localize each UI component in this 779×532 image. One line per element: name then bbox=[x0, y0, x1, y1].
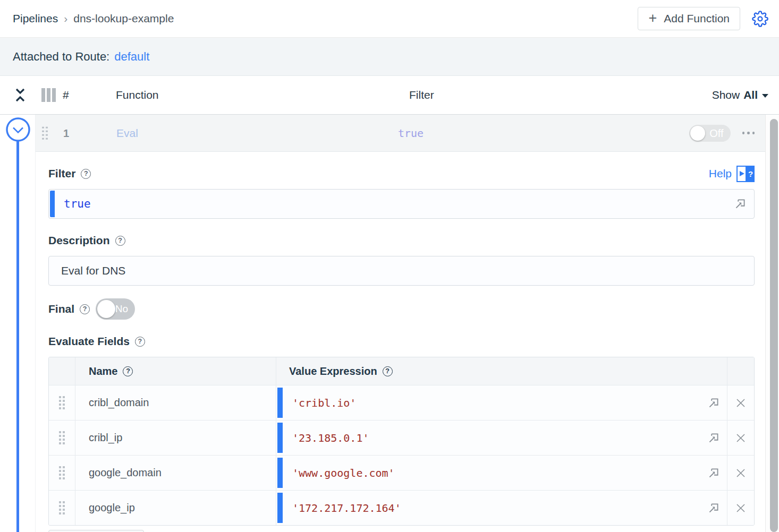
name-help-icon[interactable]: ? bbox=[123, 366, 133, 376]
vertical-scrollbar bbox=[765, 115, 779, 532]
app-header: Pipelines › dns-lookup-example + Add Fun… bbox=[0, 0, 779, 38]
expand-editor-button[interactable] bbox=[707, 431, 721, 445]
description-input[interactable] bbox=[48, 256, 755, 286]
help-link[interactable]: Help bbox=[709, 167, 732, 180]
function-filter-value: true bbox=[398, 127, 424, 140]
table-row: cribl_ip '23.185.0.1' bbox=[49, 420, 754, 455]
evaluate-fields-label: Evaluate Fields ? bbox=[48, 335, 145, 348]
final-toggle[interactable]: No bbox=[96, 298, 135, 320]
breadcrumb: Pipelines › dns-lookup-example bbox=[13, 12, 174, 25]
collapse-all-icon bbox=[14, 87, 27, 103]
delete-row-button[interactable] bbox=[734, 466, 748, 480]
filter-expression-input[interactable]: true bbox=[48, 189, 755, 219]
eval-function-panel: Filter ? Help ? true bbox=[36, 152, 765, 532]
attached-route-bar: Attached to Route: default bbox=[0, 38, 779, 76]
filter-expression-value: true bbox=[64, 190, 91, 218]
field-name-input[interactable]: cribl_ip bbox=[75, 421, 276, 455]
drag-handle[interactable] bbox=[59, 501, 65, 514]
final-field-label: Final ? bbox=[48, 303, 90, 315]
show-label: Show bbox=[712, 89, 740, 101]
function-enabled-toggle[interactable]: Off bbox=[689, 125, 731, 142]
delete-row-button[interactable] bbox=[734, 501, 748, 515]
collapse-function-chevron-button[interactable] bbox=[5, 117, 31, 142]
help-area: Help ? bbox=[709, 166, 755, 182]
gear-icon bbox=[752, 11, 768, 27]
pipeline-connector-line bbox=[16, 140, 19, 532]
function-name[interactable]: Eval bbox=[116, 127, 138, 140]
expand-editor-button[interactable] bbox=[733, 197, 747, 211]
column-header-filter: Filter bbox=[409, 89, 434, 101]
filter-field-label: Filter ? bbox=[48, 167, 91, 180]
collapse-all-button[interactable] bbox=[14, 87, 27, 103]
expression-valid-bar bbox=[277, 493, 283, 523]
scrollbar-thumb[interactable] bbox=[770, 119, 778, 532]
field-value-text: 'www.google.com' bbox=[292, 467, 395, 479]
field-value-input[interactable]: 'cribl.io' bbox=[276, 385, 727, 420]
description-field-label: Description ? bbox=[48, 234, 125, 247]
function-row-controls: Off bbox=[689, 125, 756, 142]
field-name-input[interactable]: cribl_domain bbox=[75, 385, 276, 420]
pipeline-body: 1 Eval true Off Filter ? Help bbox=[0, 115, 779, 532]
field-value-input[interactable]: '172.217.172.164' bbox=[276, 491, 727, 525]
field-value-text: '172.217.172.164' bbox=[292, 502, 401, 514]
function-number: 1 bbox=[63, 127, 69, 139]
field-name-input[interactable]: google_ip bbox=[75, 491, 276, 525]
final-help-icon[interactable]: ? bbox=[80, 304, 90, 314]
show-all-value: All bbox=[743, 89, 758, 101]
breadcrumb-separator: › bbox=[64, 12, 67, 25]
field-value-input[interactable]: '23.185.0.1' bbox=[276, 421, 727, 455]
drag-handle[interactable] bbox=[59, 431, 65, 444]
description-help-icon[interactable]: ? bbox=[115, 236, 125, 246]
filter-label-text: Filter bbox=[48, 167, 75, 180]
drag-handle[interactable] bbox=[59, 396, 65, 409]
field-value-text: 'cribl.io' bbox=[292, 397, 356, 409]
expression-valid-bar bbox=[277, 388, 283, 418]
expression-valid-bar bbox=[50, 191, 55, 217]
expand-editor-button[interactable] bbox=[707, 501, 721, 515]
toggle-off-label: Off bbox=[709, 125, 723, 142]
field-name-input[interactable]: google_domain bbox=[75, 456, 276, 490]
show-all-dropdown[interactable]: Show All bbox=[712, 89, 768, 101]
pipeline-settings-button[interactable] bbox=[752, 11, 768, 27]
evaluate-fields-label-text: Evaluate Fields bbox=[48, 335, 130, 348]
value-expression-help-icon[interactable]: ? bbox=[383, 366, 393, 376]
header-actions: + Add Function bbox=[638, 7, 768, 30]
play-icon bbox=[740, 171, 744, 176]
field-value-input[interactable]: 'www.google.com' bbox=[276, 456, 727, 490]
evaluate-fields-table: Name ? Value Expression ? cribl_domain '… bbox=[48, 357, 755, 526]
toggle-knob bbox=[690, 126, 705, 141]
chevron-down-icon bbox=[762, 94, 768, 98]
add-function-button[interactable]: + Add Function bbox=[638, 7, 740, 30]
expression-valid-bar bbox=[277, 423, 283, 453]
route-default-link[interactable]: default bbox=[114, 50, 149, 64]
expand-editor-button[interactable] bbox=[707, 466, 721, 480]
final-toggle-label: No bbox=[115, 298, 128, 320]
delete-row-button[interactable] bbox=[734, 396, 748, 410]
add-field-button[interactable] bbox=[48, 530, 144, 532]
toggle-knob bbox=[97, 300, 115, 318]
pipeline-rail bbox=[0, 115, 35, 532]
description-label-text: Description bbox=[48, 234, 110, 247]
drag-handle[interactable] bbox=[59, 466, 65, 479]
plus-icon: + bbox=[648, 11, 657, 25]
column-header-value-expression: Value Expression bbox=[289, 365, 377, 377]
more-options-button[interactable] bbox=[741, 128, 756, 138]
field-value-text: '23.185.0.1' bbox=[292, 432, 369, 444]
filter-help-icon[interactable]: ? bbox=[81, 169, 91, 179]
question-icon: ? bbox=[747, 166, 755, 182]
table-row: google_ip '172.217.172.164' bbox=[49, 490, 754, 525]
drag-handle[interactable] bbox=[42, 126, 48, 140]
function-column: 1 Eval true Off Filter ? Help bbox=[35, 115, 765, 532]
docs-video-help-icon[interactable]: ? bbox=[736, 166, 755, 182]
column-header-number: # bbox=[63, 89, 69, 101]
attached-route-label: Attached to Route: bbox=[13, 50, 109, 64]
expand-editor-button[interactable] bbox=[707, 396, 721, 410]
add-function-label: Add Function bbox=[664, 12, 730, 25]
columns-icon[interactable] bbox=[41, 88, 56, 102]
final-label-text: Final bbox=[48, 303, 74, 315]
evaluate-fields-help-icon[interactable]: ? bbox=[135, 337, 145, 347]
function-row-eval[interactable]: 1 Eval true Off bbox=[36, 115, 765, 152]
column-header-name: Name bbox=[89, 365, 117, 377]
breadcrumb-pipelines-link[interactable]: Pipelines bbox=[13, 12, 58, 25]
delete-row-button[interactable] bbox=[734, 431, 748, 445]
